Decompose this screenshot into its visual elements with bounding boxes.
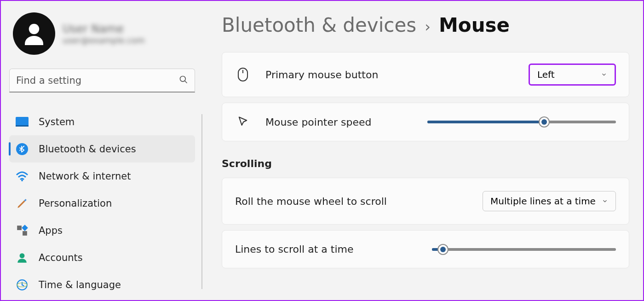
sidebar-item-bluetooth-devices[interactable]: Bluetooth & devices [9, 135, 195, 162]
main-content: Bluetooth & devices › Mouse Primary mous… [203, 1, 643, 300]
sidebar-item-label: Bluetooth & devices [39, 144, 136, 155]
sidebar-item-personalization[interactable]: Personalization [9, 190, 195, 217]
setting-lines-scroll: Lines to scroll at a time [222, 230, 629, 268]
search-icon [179, 75, 188, 86]
system-icon [16, 116, 29, 128]
personalization-icon [16, 197, 29, 210]
svg-rect-4 [16, 125, 29, 127]
lines-scroll-slider[interactable] [432, 244, 616, 255]
svg-point-1 [180, 76, 186, 81]
avatar [13, 12, 55, 55]
sidebar-item-network[interactable]: Network & internet [9, 162, 195, 190]
time-icon [16, 278, 29, 291]
svg-rect-7 [17, 226, 22, 230]
sidebar-item-label: Time & language [39, 279, 121, 290]
accounts-icon [16, 251, 29, 264]
primary-button-dropdown[interactable]: Left [529, 64, 616, 86]
sidebar-item-time-language[interactable]: Time & language [9, 271, 195, 298]
cursor-icon [235, 114, 251, 130]
sidebar-item-system[interactable]: System [9, 108, 195, 135]
dropdown-value: Left [537, 69, 555, 80]
sidebar-nav: System Bluetooth & devices Network & int… [9, 108, 195, 298]
svg-point-0 [29, 24, 40, 35]
sidebar-item-label: Apps [39, 225, 63, 236]
breadcrumb: Bluetooth & devices › Mouse [222, 14, 629, 36]
setting-label: Primary mouse button [265, 69, 529, 81]
svg-line-2 [185, 81, 187, 83]
setting-pointer-speed: Mouse pointer speed [222, 103, 629, 141]
setting-label: Roll the mouse wheel to scroll [235, 196, 483, 207]
setting-wheel-scroll: Roll the mouse wheel to scroll Multiple … [222, 178, 629, 225]
sidebar-divider [201, 114, 202, 289]
section-scrolling: Scrolling [222, 158, 629, 169]
svg-rect-9 [22, 225, 28, 231]
sidebar-item-label: Accounts [39, 252, 83, 263]
search-box[interactable] [9, 69, 195, 93]
profile-block[interactable]: User Name user@example.com [9, 12, 195, 64]
sidebar-item-accounts[interactable]: Accounts [9, 244, 195, 271]
bluetooth-icon [16, 143, 29, 156]
wheel-scroll-dropdown[interactable]: Multiple lines at a time [483, 191, 616, 211]
sidebar: User Name user@example.com System Blueto… [1, 1, 203, 300]
chevron-down-icon [601, 69, 607, 80]
dropdown-value: Multiple lines at a time [490, 196, 596, 207]
chevron-right-icon: › [425, 18, 431, 35]
sidebar-item-label: Network & internet [39, 171, 131, 182]
pointer-speed-slider[interactable] [427, 117, 616, 127]
setting-label: Lines to scroll at a time [235, 243, 432, 255]
svg-point-10 [20, 253, 25, 258]
setting-primary-mouse-button: Primary mouse button Left [222, 52, 629, 97]
sidebar-item-label: System [39, 116, 75, 127]
svg-point-6 [21, 179, 23, 181]
sidebar-item-label: Personalization [39, 198, 112, 209]
search-input[interactable] [16, 75, 179, 86]
page-title: Mouse [439, 14, 510, 36]
sidebar-item-apps[interactable]: Apps [9, 217, 195, 244]
mouse-icon [235, 67, 251, 82]
profile-text: User Name user@example.com [63, 23, 145, 45]
setting-label: Mouse pointer speed [265, 116, 427, 128]
chevron-down-icon [602, 196, 608, 207]
svg-rect-8 [23, 231, 27, 236]
apps-icon [16, 224, 29, 237]
svg-rect-3 [16, 117, 29, 126]
network-icon [16, 170, 29, 183]
svg-point-5 [16, 143, 28, 155]
breadcrumb-parent[interactable]: Bluetooth & devices [222, 14, 416, 36]
